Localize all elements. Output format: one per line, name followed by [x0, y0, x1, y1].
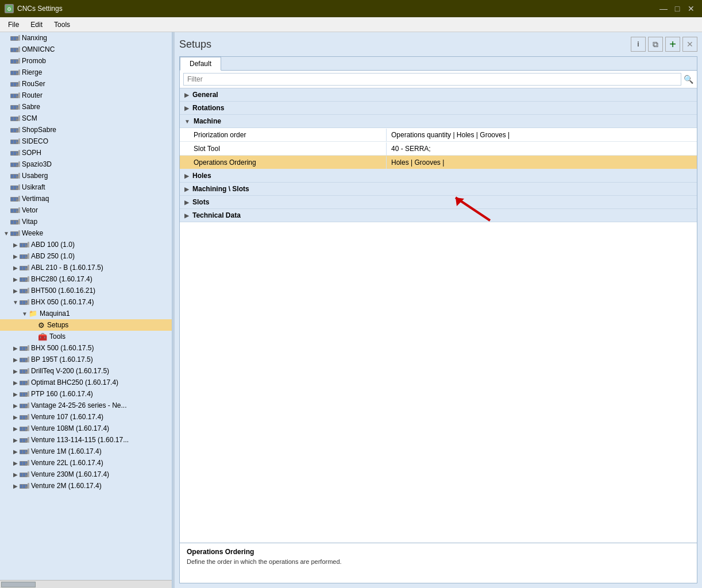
tree-item-spazio3d[interactable]: Spazio3D	[0, 158, 172, 170]
tree-item-setups[interactable]: ⚙Setups	[0, 319, 172, 331]
tree-item-abd250[interactable]: ▶ ABD 250 (1.0)	[0, 250, 172, 262]
section-header-general[interactable]: ▶General	[180, 88, 697, 102]
section-machine: ▼MachinePriorization orderOperations qua…	[180, 115, 697, 169]
tree-item-rierge[interactable]: Rierge	[0, 67, 172, 78]
section-header-machining-slots[interactable]: ▶Machining \ Slots	[180, 183, 697, 196]
tree-item-vetor[interactable]: Vetor	[0, 204, 172, 216]
svg-rect-159	[23, 427, 25, 431]
svg-rect-51	[18, 138, 20, 144]
tree-item-abl210[interactable]: ▶ ABL 210 - B (1.60.17.5)	[0, 262, 172, 273]
machine-icon-venture107	[20, 413, 31, 421]
svg-rect-59	[14, 163, 16, 167]
expand-icon-venture22l: ▶	[11, 460, 20, 466]
tree-item-abd100[interactable]: ▶ ABD 100 (1.0)	[0, 239, 172, 250]
tree-item-usaberg[interactable]: Usaberg	[0, 170, 172, 181]
tree-item-drillteq[interactable]: ▶ DrillTeq V-200 (1.60.17.5)	[0, 365, 172, 377]
section-header-slots[interactable]: ▶Slots	[180, 196, 697, 209]
menu-edit[interactable]: Edit	[25, 20, 48, 30]
tree-item-optimat[interactable]: ▶ Optimat BHC250 (1.60.17.4)	[0, 377, 172, 388]
tree-item-nanxing[interactable]: Nanxing	[0, 32, 172, 44]
tree-item-venture107[interactable]: ▶ Venture 107 (1.60.17.4)	[0, 411, 172, 423]
tree-item-bhc280[interactable]: ▶ BHC280 (1.60.17.4)	[0, 273, 172, 285]
svg-rect-63	[11, 175, 13, 178]
tree-item-maquina1[interactable]: ▼📁Maquina1	[0, 308, 172, 319]
svg-rect-183	[20, 485, 22, 488]
close-button[interactable]: ✕	[685, 2, 697, 15]
svg-rect-41	[18, 115, 20, 121]
tree-label-bp195t: BP 195T (1.60.17.5)	[31, 355, 93, 363]
svg-rect-170	[26, 450, 27, 452]
tree-item-ptp160[interactable]: ▶ PTP 160 (1.60.17.4)	[0, 388, 172, 400]
tree-item-shopsabre[interactable]: ShopSabre	[0, 124, 172, 136]
sections-area[interactable]: ▶General▶Rotations▼MachinePriorization o…	[180, 88, 697, 543]
machine-icon-bht500	[20, 287, 31, 295]
horizontal-scrollbar[interactable]	[0, 580, 172, 588]
tree-item-venture230m[interactable]: ▶ Venture 230M (1.60.17.4)	[0, 469, 172, 480]
svg-rect-35	[17, 106, 18, 107]
tree-item-usikraft[interactable]: Usikraft	[0, 181, 172, 193]
setups-content: Default 🔍 ▶General▶Rotations▼MachinePrio…	[179, 56, 697, 583]
h-scroll-thumb[interactable]	[1, 582, 36, 587]
svg-rect-140	[26, 381, 27, 383]
info-button[interactable]: i	[631, 37, 646, 52]
tree-item-rouser[interactable]: RouSer	[0, 78, 172, 90]
section-expand-icon-rotations: ▶	[184, 105, 189, 111]
tree-item-tools[interactable]: 🧰Tools	[0, 331, 172, 342]
data-row-machine-0[interactable]: Priorization orderOperations quantity | …	[180, 128, 697, 142]
filter-input[interactable]	[183, 73, 681, 86]
svg-rect-154	[23, 416, 25, 419]
copy-button[interactable]: ⧉	[648, 37, 663, 52]
minimize-button[interactable]: —	[657, 2, 670, 15]
svg-rect-111	[28, 276, 29, 282]
section-expand-icon-slots: ▶	[184, 199, 189, 206]
setups-header: Setups i ⧉ + ✕	[179, 37, 697, 52]
svg-rect-136	[28, 368, 29, 374]
tree-item-sabre[interactable]: Sabre	[0, 101, 172, 113]
menu-file[interactable]: File	[2, 20, 25, 30]
tab-default[interactable]: Default	[180, 57, 221, 71]
tree-item-bht500[interactable]: ▶ BHT500 (1.60.16.21)	[0, 285, 172, 296]
menu-tools[interactable]: Tools	[48, 20, 76, 30]
tree-item-venture22l[interactable]: ▶ Venture 22L (1.60.17.4)	[0, 457, 172, 469]
tree-item-bhx500[interactable]: ▶ BHX 500 (1.60.17.5)	[0, 342, 172, 354]
tree-item-scm[interactable]: SCM	[0, 113, 172, 124]
tree-item-omnicnc[interactable]: OMNICNC	[0, 44, 172, 55]
tree-item-bhx050[interactable]: ▼ BHX 050 (1.60.17.4)	[0, 296, 172, 308]
expand-icon-venture1m: ▶	[11, 448, 20, 455]
tree-item-vitap[interactable]: Vitap	[0, 216, 172, 227]
delete-setup-button[interactable]: ✕	[682, 37, 697, 52]
svg-rect-185	[26, 485, 27, 486]
tree-item-vantage[interactable]: ▶ Vantage 24-25-26 series - Ne...	[0, 400, 172, 411]
svg-rect-181	[28, 471, 29, 477]
tree-item-venture2m[interactable]: ▶ Venture 2M (1.60.17.4)	[0, 480, 172, 492]
maximize-button[interactable]: □	[671, 2, 684, 15]
section-label-rotations: Rotations	[192, 104, 224, 112]
tree-item-promob[interactable]: Promob	[0, 55, 172, 67]
tree-item-venture108m[interactable]: ▶ Venture 108M (1.60.17.4)	[0, 423, 172, 434]
tree-item-vertimaq[interactable]: Vertimaq	[0, 193, 172, 204]
svg-rect-6	[18, 35, 20, 41]
svg-rect-33	[11, 106, 13, 109]
tree-item-weeke[interactable]: ▼ Weeke	[0, 227, 172, 239]
data-row-machine-2[interactable]: Operations OrderingHoles | Grooves |	[180, 156, 697, 169]
svg-rect-144	[23, 393, 25, 396]
tree-item-router[interactable]: Router	[0, 90, 172, 101]
tree-item-venture113[interactable]: ▶ Venture 113-114-115 (1.60.17...	[0, 434, 172, 446]
section-header-machine[interactable]: ▼Machine	[180, 115, 697, 128]
tree-label-promob: Promob	[22, 57, 46, 65]
section-header-rotations[interactable]: ▶Rotations	[180, 102, 697, 115]
tree-item-bp195t[interactable]: ▶ BP 195T (1.60.17.5)	[0, 354, 172, 365]
section-header-technical-data[interactable]: ▶Technical Data	[180, 209, 697, 222]
data-row-machine-1[interactable]: Slot Tool40 - SERRA;	[180, 142, 697, 156]
row-key-machine-2: Operations Ordering	[180, 156, 387, 169]
tree-label-venture108m: Venture 108M (1.60.17.4)	[31, 424, 109, 432]
add-setup-button[interactable]: +	[665, 37, 680, 52]
svg-rect-99	[23, 255, 25, 258]
section-header-holes[interactable]: ▶Holes	[180, 169, 697, 183]
tree-container[interactable]: Nanxing OMNICNC Promob Rierge RouSer	[0, 32, 172, 580]
tree-item-sideco[interactable]: SIDECO	[0, 136, 172, 147]
svg-rect-15	[17, 60, 18, 61]
expand-icon-bhx050: ▼	[11, 299, 20, 305]
tree-item-soph[interactable]: SOPH	[0, 147, 172, 158]
tree-item-venture1m[interactable]: ▶ Venture 1M (1.60.17.4)	[0, 446, 172, 457]
